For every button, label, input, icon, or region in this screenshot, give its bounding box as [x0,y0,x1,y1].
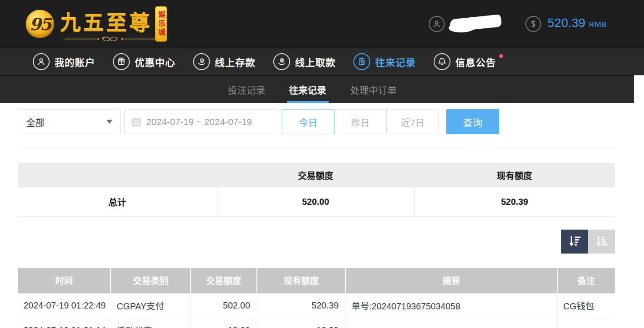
brand-badge: 娱乐城 [155,6,167,42]
col-header-balance: 现有额度 [257,268,345,293]
cell-amount: 18.00 [190,318,257,328]
sort-ascending-button[interactable] [588,230,615,254]
user-icon [33,53,50,70]
query-button[interactable]: 查询 [446,109,499,134]
logo-95-icon: 95 [26,10,54,38]
nav-item-label: 信息公告 [455,55,496,69]
divider [18,148,615,148]
cell-summary: 单号:202407193675034058 [345,293,557,318]
filter-bar: 全部 2024-07-19 ~ 2024-07-19 今日 昨日 [18,109,615,134]
nav-item-transactions[interactable]: 往来记录 [353,53,416,70]
balance-currency: RMB [589,20,607,29]
gift-icon [113,53,130,70]
sort-ascending-icon [594,234,609,249]
balance-amount: 520.39 [547,16,586,30]
logo[interactable]: 95 九五至尊 娱乐城 [26,4,167,43]
table-row: 2024-07-19 01:22:49 CGPAY支付 502.00 520.3… [18,293,615,318]
cell-summary [345,318,557,328]
cell-balance: 520.39 [257,293,345,318]
tab-betting-records[interactable]: 投注记录 [216,76,277,103]
table-row: 2024-07-19 01:21:14 活动优惠 18.00 18.39 [18,318,615,328]
nav-item-label: 线上取款 [295,55,336,69]
last-7-days-button[interactable]: 近7日 [386,109,439,134]
user-icon [429,16,445,32]
cell-type: 活动优惠 [111,318,190,328]
chevron-down-icon [106,120,113,124]
nav-item-label: 我的账户 [54,55,95,69]
nav-item-deposit[interactable]: 线上存款 [193,53,256,70]
cell-time: 2024-07-19 01:21:14 [18,318,111,328]
nav-item-promotions[interactable]: 优惠中心 [113,53,175,70]
flourish-ornament [64,35,157,43]
nav-item-my-account[interactable]: 我的账户 [33,53,95,70]
sort-controls [18,230,615,254]
nav-item-label: 优惠中心 [135,55,175,69]
brand-title: 九五至尊 [60,11,152,34]
date-range-input[interactable]: 2024-07-19 ~ 2024-07-19 [124,109,277,134]
summary-table: 交易额度 现有额度 总计 520.00 520.39 [18,163,615,217]
quick-date-group: 今日 昨日 近7日 [282,109,439,134]
sub-nav: 投注记录 往来记录 处理中订单 [0,75,634,103]
col-header-amount: 交易额度 [190,268,257,293]
nav-item-withdraw[interactable]: 线上取款 [273,53,336,70]
nav-item-label: 线上存款 [215,55,256,69]
records-header-row: 时间 交易类别 交易额度 现有额度 摘要 备注 [18,268,615,293]
summary-total-balance: 520.39 [414,187,615,216]
today-button[interactable]: 今日 [282,109,334,134]
tab-transaction-records[interactable]: 往来记录 [277,76,338,103]
summary-header-amount: 交易额度 [217,163,414,187]
page: 95 九五至尊 娱乐城 0 [0,0,644,328]
bell-icon [434,53,450,70]
top-header: 95 九五至尊 娱乐城 0 [0,0,644,48]
summary-header-balance: 现有额度 [414,163,615,187]
deposit-icon [193,53,210,70]
summary-header-blank [18,163,217,187]
user-account[interactable]: 0 [429,15,516,33]
cell-balance: 18.39 [257,318,345,328]
tab-pending-orders[interactable]: 处理中订单 [338,76,409,103]
notification-dot [499,54,503,58]
balance: 520.39 RMB [525,16,607,32]
summary-header-row: 交易额度 现有额度 [18,163,615,187]
col-header-type: 交易类别 [111,268,190,293]
main-nav: 我的账户 优惠中心 线上存款 [0,48,644,75]
content: 全部 2024-07-19 ~ 2024-07-19 今日 昨日 [0,103,644,328]
type-select[interactable]: 全部 [18,109,121,134]
date-range-value: 2024-07-19 ~ 2024-07-19 [146,117,252,127]
cell-note: CG钱包 [557,293,615,318]
cell-note [557,318,615,328]
col-header-note: 备注 [557,268,615,293]
cell-amount: 502.00 [190,293,257,318]
withdraw-icon [273,53,290,70]
username-masked: 0 [450,15,516,33]
records-icon [353,53,370,70]
tab-label: 处理中订单 [350,83,397,96]
calendar-icon [131,117,142,127]
summary-total-label: 总计 [18,187,217,216]
cell-time: 2024-07-19 01:22:49 [18,293,111,318]
sort-descending-button[interactable] [561,230,588,254]
nav-item-announcements[interactable]: 信息公告 [434,53,496,70]
summary-total-row: 总计 520.00 520.39 [18,187,615,216]
col-header-time: 时间 [18,268,111,293]
tab-label: 投注记录 [228,83,265,96]
yesterday-button[interactable]: 昨日 [334,109,387,134]
logo-monogram: 95 [30,14,50,34]
tab-label: 往来记录 [289,83,326,96]
nav-item-label: 往来记录 [375,55,416,69]
summary-total-amount: 520.00 [217,187,414,216]
dollar-icon [525,16,541,32]
col-header-summary: 摘要 [345,268,557,293]
sort-descending-icon [567,234,582,249]
type-select-value: 全部 [26,115,45,129]
cell-type: CGPAY支付 [111,293,190,318]
records-table: 时间 交易类别 交易额度 现有额度 摘要 备注 2024-07-19 01:22… [18,268,615,328]
